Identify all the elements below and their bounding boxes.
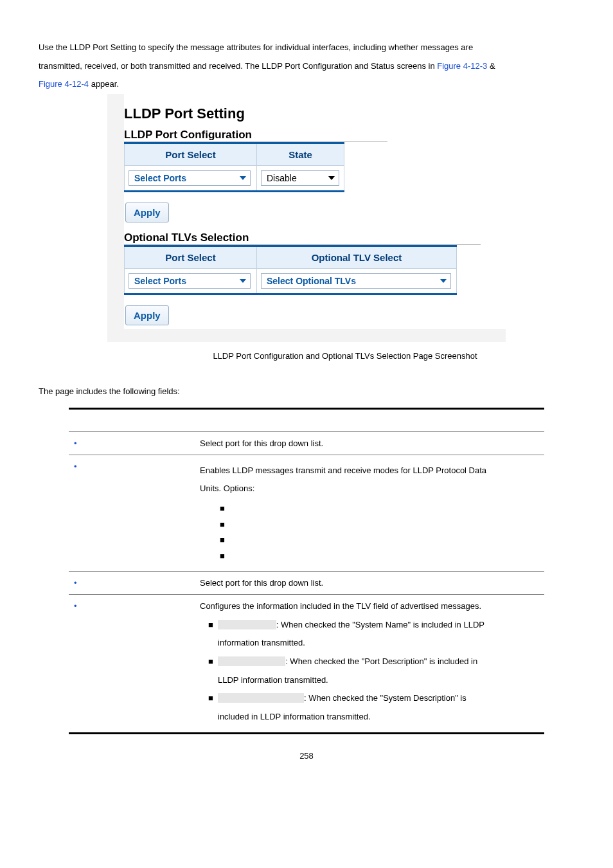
table-row: • Select port for this drop down list. (69, 431, 544, 455)
tlv-sysdesc-cont: included in LLDP information transmitted… (218, 712, 371, 721)
apply-button-2[interactable]: Apply (125, 305, 169, 325)
tlv-portdesc-after: : When checked the "Port Description" is… (285, 656, 477, 666)
table-row: • Enables LLDP messages transmit and rec… (69, 455, 544, 571)
chevron-down-icon (240, 276, 246, 286)
square-bullet-icon: ■ (218, 548, 227, 565)
tlv-sysdesc-highlight (218, 693, 304, 703)
desc-tlv-intro: Configures the information included in t… (200, 601, 539, 611)
tlv-portdesc-highlight (218, 656, 285, 666)
intro-paragraph: Use the LLDP Port Setting to specify the… (39, 39, 574, 94)
tlv-sysname-cont: information transmitted. (218, 638, 305, 647)
th-port-select: Port Select (125, 143, 257, 165)
th-state: State (257, 143, 344, 165)
figure-link-b[interactable]: Figure 4-12-4 (39, 79, 89, 89)
select-optional-tlvs-label: Select Optional TLVs (267, 276, 356, 286)
section-optional-tlvs: Optional TLVs Selection (124, 231, 481, 245)
select-ports-label-2: Select Ports (134, 276, 186, 286)
square-bullet-icon: ■ (206, 616, 215, 635)
desc-state-a: Enables LLDP messages transmit and recei… (200, 466, 486, 475)
screenshot-caption: LLDP Port Configuration and Optional TLV… (39, 351, 574, 361)
bullet-icon: • (74, 578, 83, 588)
svg-marker-3 (440, 279, 447, 283)
square-bullet-icon: ■ (218, 517, 227, 533)
tlv-sysname-highlight (218, 620, 276, 629)
select-optional-tlvs-dropdown[interactable]: Select Optional TLVs (261, 273, 451, 289)
screenshot-title: LLDP Port Setting (124, 105, 506, 122)
th-object (69, 408, 195, 431)
config-table-1: Port Select State Select Ports (124, 142, 344, 192)
select-ports-dropdown-2[interactable]: Select Ports (129, 273, 251, 289)
chevron-down-icon (240, 173, 246, 183)
bullet-icon: • (74, 601, 83, 611)
state-label: Disable (267, 173, 297, 183)
desc-state-b: Units. Options: (200, 484, 254, 493)
screenshot-container: LLDP Port Setting LLDP Port Configuratio… (107, 94, 506, 342)
svg-marker-2 (240, 279, 246, 283)
square-bullet-icon: ■ (206, 689, 215, 708)
select-ports-label: Select Ports (134, 173, 186, 183)
fields-intro: The page includes the following fields: (39, 386, 574, 396)
table-row: • Select port for this drop down list. (69, 571, 544, 594)
tlv-sysname-after: : When checked the "System Name" is incl… (276, 620, 484, 629)
description-table: • Select port for this drop down list. •… (69, 408, 544, 735)
square-bullet-icon: ■ (218, 501, 227, 517)
intro-text: Use the LLDP Port Setting to specify the… (39, 42, 473, 52)
bullet-icon: • (74, 462, 83, 471)
svg-marker-0 (240, 176, 246, 180)
desc-port-select-2: Select port for this drop down list. (195, 571, 544, 594)
chevron-down-icon (440, 276, 447, 286)
intro-text-2: transmitted, received, or both transmitt… (39, 61, 437, 71)
tlv-portdesc-cont: LLDP information transmitted. (218, 675, 328, 685)
table-row: • Configures the information included in… (69, 594, 544, 734)
section-lldp-port-config: LLDP Port Configuration (124, 129, 387, 142)
th-description (195, 408, 544, 431)
figure-link-a[interactable]: Figure 4-12-3 (437, 61, 487, 71)
amp: & (487, 61, 495, 71)
th-port-select-2: Port Select (125, 246, 257, 268)
square-bullet-icon: ■ (218, 532, 227, 548)
appear-text: appear. (89, 79, 119, 89)
square-bullet-icon: ■ (206, 653, 215, 671)
chevron-down-icon (328, 173, 335, 183)
select-ports-dropdown[interactable]: Select Ports (129, 170, 251, 186)
desc-port-select: Select port for this drop down list. (195, 431, 544, 455)
apply-button-1[interactable]: Apply (125, 203, 169, 222)
th-optional-tlv: Optional TLV Select (257, 246, 457, 268)
bullet-icon: • (74, 439, 83, 448)
config-table-2: Port Select Optional TLV Select Select P… (124, 245, 457, 295)
page-number: 258 (39, 751, 574, 761)
tlv-sysdesc-after: : When checked the "System Description" … (304, 693, 466, 703)
svg-marker-1 (328, 176, 335, 180)
state-dropdown[interactable]: Disable (261, 170, 339, 186)
